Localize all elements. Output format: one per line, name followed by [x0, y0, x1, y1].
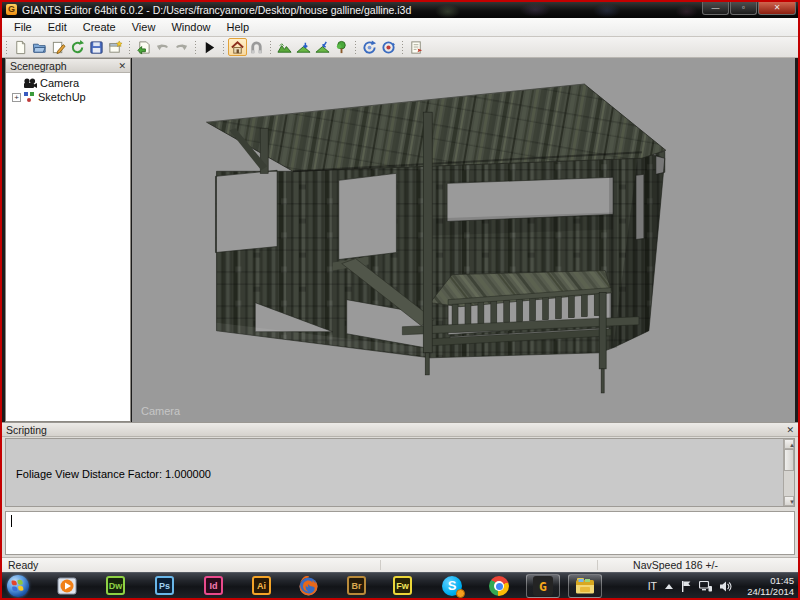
toolbar-grip [4, 40, 9, 55]
redo-button[interactable] [172, 38, 191, 56]
system-tray: IT [648, 573, 732, 599]
house-model [207, 84, 666, 393]
toolbar-grip [127, 40, 132, 55]
start-button[interactable] [7, 575, 29, 597]
terrain-smooth-button[interactable] [313, 38, 332, 56]
scripting-close-icon[interactable]: ✕ [786, 425, 794, 435]
taskbar-media-player[interactable] [57, 576, 77, 600]
minimize-button[interactable]: — [702, 2, 729, 15]
tree-item-camera[interactable]: Camera [12, 76, 130, 90]
save-button[interactable] [87, 38, 106, 56]
text-caret [11, 515, 12, 527]
terrain-paint-button[interactable] [294, 38, 313, 56]
clock-time: 01:45 [747, 575, 794, 586]
giants-logo: G [539, 579, 547, 594]
menu-create[interactable]: Create [75, 19, 124, 35]
clock-date: 24/11/2014 [747, 586, 794, 597]
taskbar-bridge[interactable]: Br [347, 576, 366, 595]
taskbar-chrome[interactable] [489, 576, 509, 596]
physics-run-button[interactable] [379, 38, 398, 56]
scenegraph-header[interactable]: Scenegraph ✕ [6, 59, 130, 73]
status-navspeed: NavSpeed 186 +/- [633, 559, 718, 571]
toolbar-grip [221, 40, 226, 55]
toolbar-grip [400, 40, 405, 55]
title-bar[interactable]: G GIANTS Editor 64bit 6.0.2 - D:/Users/f… [2, 2, 798, 18]
menu-window[interactable]: Window [163, 19, 218, 35]
toolbar-grip [353, 40, 358, 55]
terrain-sculpt-button[interactable] [275, 38, 294, 56]
scenegraph-close-icon[interactable]: ✕ [118, 61, 126, 71]
giants-app-icon: G [6, 4, 17, 15]
status-separator [597, 560, 598, 570]
menu-file[interactable]: File [6, 19, 40, 35]
physics-reload-button[interactable] [360, 38, 379, 56]
action-center-flag-icon[interactable] [681, 581, 691, 592]
taskbar-fireworks[interactable]: Fw [393, 576, 412, 595]
maximize-button[interactable]: ▫ [730, 2, 757, 15]
reload-button[interactable] [68, 38, 87, 56]
close-button[interactable]: ✕ [758, 2, 796, 15]
volume-icon[interactable] [720, 581, 732, 592]
viewport-camera-label: Camera [141, 405, 180, 417]
import-button[interactable] [134, 38, 153, 56]
network-icon[interactable] [699, 581, 712, 592]
edit-file-button[interactable] [49, 38, 68, 56]
taskbar-skype[interactable]: S [442, 576, 462, 596]
scrollbar-thumb[interactable] [784, 449, 794, 471]
window-title: GIANTS Editor 64bit 6.0.2 - D:/Users/fra… [22, 4, 411, 16]
house-roof [207, 84, 666, 171]
log-scrollbar[interactable]: ▲ ▼ [783, 439, 794, 506]
folder-icon [574, 577, 596, 595]
scripting-header[interactable]: Scripting ✕ [2, 423, 798, 437]
taskbar-illustrator[interactable]: Ai [252, 576, 271, 595]
taskbar-giants-editor[interactable]: G [526, 574, 560, 598]
toolbar [2, 37, 798, 58]
skype-notification-badge [456, 589, 465, 598]
taskbar-clock[interactable]: 01:45 24/11/2014 [747, 575, 794, 597]
scripting-title: Scripting [6, 424, 47, 436]
play-button[interactable] [200, 38, 219, 56]
expand-plus-icon[interactable]: + [12, 93, 21, 102]
scenegraph-tree: Camera + SketchUp [6, 73, 130, 104]
menu-help[interactable]: Help [219, 19, 258, 35]
menu-view[interactable]: View [124, 19, 164, 35]
tree-item-label: Camera [40, 77, 79, 89]
taskbar-photoshop[interactable]: Ps [155, 576, 174, 595]
add-tree-button[interactable] [332, 38, 351, 56]
scroll-up-icon[interactable]: ▲ [784, 439, 794, 449]
scripting-panel: Scripting ✕ Foliage View Distance Factor… [2, 422, 798, 557]
status-bar: Ready NavSpeed 186 +/- [2, 557, 798, 572]
scripting-log[interactable]: Foliage View Distance Factor: 1.000000 V… [5, 438, 795, 507]
status-separator [380, 560, 381, 570]
tree-item-sketchup[interactable]: + SketchUp [12, 90, 130, 104]
new-window-button[interactable] [106, 38, 125, 56]
taskbar-explorer[interactable] [568, 574, 602, 598]
toolbar-grip [268, 40, 273, 55]
reload-scripts-button[interactable] [407, 38, 426, 56]
open-file-button[interactable] [30, 38, 49, 56]
language-indicator[interactable]: IT [648, 580, 657, 592]
windows-taskbar: Dw Ps Id Ai Br Fw S G [2, 572, 798, 598]
menu-edit[interactable]: Edit [40, 19, 75, 35]
undo-button[interactable] [153, 38, 172, 56]
script-command-input[interactable] [5, 511, 795, 555]
giants-editor-window: G GIANTS Editor 64bit 6.0.2 - D:/Users/f… [2, 2, 798, 572]
captured-screen: G GIANTS Editor 64bit 6.0.2 - D:/Users/f… [0, 0, 800, 600]
tree-item-label: SketchUp [38, 91, 86, 103]
menu-bar: File Edit Create View Window Help [2, 18, 798, 37]
transform-group-icon [23, 91, 35, 103]
viewport-3d[interactable]: Camera [132, 58, 795, 422]
taskbar-dreamweaver[interactable]: Dw [106, 576, 125, 595]
viewport-3d-render [132, 58, 795, 422]
camera-icon [23, 78, 37, 89]
toggle-gui-button[interactable] [228, 38, 247, 56]
toolbar-grip [193, 40, 198, 55]
new-file-button[interactable] [11, 38, 30, 56]
windows-logo-icon [11, 579, 24, 592]
scenegraph-panel: Scenegraph ✕ Camera + SketchUp [5, 58, 131, 422]
taskbar-firefox[interactable] [298, 576, 319, 600]
taskbar-indesign[interactable]: Id [204, 576, 223, 595]
show-hidden-icons[interactable] [665, 584, 673, 589]
scroll-down-icon[interactable]: ▼ [784, 496, 794, 506]
snap-magnet-button[interactable] [247, 38, 266, 56]
